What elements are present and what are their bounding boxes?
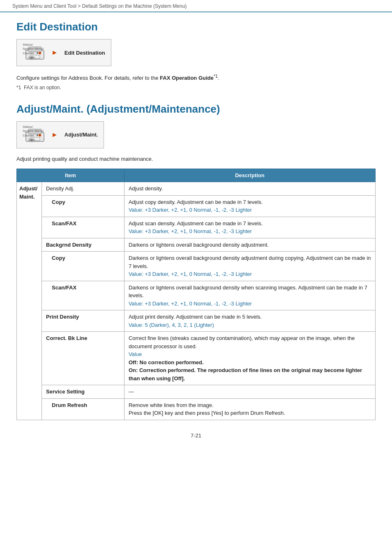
table-row: Scan/FAX Darkens or lightens overall bac… xyxy=(17,281,376,310)
section2-title: Adjust/Maint. (Adjustment/Maintenance) xyxy=(16,103,376,116)
section1-title: Edit Destination xyxy=(16,21,376,33)
breadcrumb: System Menu and Client Tool > Default Se… xyxy=(0,0,392,12)
nav-arrow-icon: ► xyxy=(51,49,58,56)
desc-density-adj: Adjust density. xyxy=(124,182,375,196)
table-row: Print Density Adjust print density. Adju… xyxy=(17,310,376,332)
section-edit-destination: Edit Destination Status/ System Menu/ C xyxy=(16,21,376,90)
section1-nav-label: Edit Destination xyxy=(65,50,105,56)
item-copy-density: Copy xyxy=(42,195,125,217)
section-adjust-maint: Adjust/Maint. (Adjustment/Maintenance) S… xyxy=(16,103,376,420)
svg-point-7 xyxy=(31,58,33,59)
breadcrumb-text: System Menu and Client Tool > Default Se… xyxy=(12,3,187,9)
table-row: Adjust/Maint. Density Adj. Adjust densit… xyxy=(17,182,376,196)
item-print-density: Print Density xyxy=(42,310,125,332)
table-header-desc: Description xyxy=(124,169,375,182)
item-scanfax-backgrnd: Scan/FAX xyxy=(42,281,125,310)
section2-nav-label: Adjust/Maint. xyxy=(65,132,98,138)
item-drum-refresh: Drum Refresh xyxy=(42,398,125,420)
desc-copy-backgrnd: Darkens or lightens overall background d… xyxy=(124,252,375,281)
section1-navbox: Status/ System Menu/ Counter ► Edit Dest… xyxy=(16,39,111,66)
nav-path-label: Status/ System Menu/ Counter xyxy=(23,43,44,56)
item-density-adj: Density Adj. xyxy=(42,182,125,196)
table-row: Copy Adjust copy density. Adjustment can… xyxy=(17,195,376,217)
section1-footnote: *1 FAX is an option. xyxy=(16,85,376,90)
item-correct-bk-line: Correct. Bk Line xyxy=(42,332,125,385)
desc-drum-refresh: Remove white lines from the image. Press… xyxy=(124,398,375,420)
table-row: Service Setting — xyxy=(17,385,376,399)
desc-backgrnd-density: Darkens or lightens overall background d… xyxy=(124,238,375,252)
machine-icon: Status/ System Menu/ Counter xyxy=(23,43,47,62)
nav-path-label-2: Status/ System Menu/ Counter xyxy=(23,125,44,138)
desc-correct-bk-line: Correct fine lines (streaks caused by co… xyxy=(124,332,375,385)
item-copy-backgrnd: Copy xyxy=(42,252,125,281)
row-group-label: Adjust/Maint. xyxy=(17,182,42,420)
table-header-item: Item xyxy=(17,169,125,182)
section1-description: Configure settings for Address Book. For… xyxy=(16,73,376,82)
section2-navbox: Status/ System Menu/ Counter ► Adjust/Ma… xyxy=(16,121,104,148)
table-row: Drum Refresh Remove white lines from the… xyxy=(17,398,376,420)
item-service-setting: Service Setting xyxy=(42,385,125,399)
table-row: Copy Darkens or lightens overall backgro… xyxy=(17,252,376,281)
desc-scanfax-backgrnd: Darkens or lightens overall background d… xyxy=(124,281,375,310)
desc-scanfax-density: Adjust scan density. Adjustment can be m… xyxy=(124,217,375,238)
nav-arrow-icon-2: ► xyxy=(51,131,58,139)
desc-copy-density: Adjust copy density. Adjustment can be m… xyxy=(124,195,375,217)
desc-print-density: Adjust print density. Adjustment can be … xyxy=(124,310,375,332)
section2-description: Adjust printing quality and conduct mach… xyxy=(16,155,376,163)
page-number: 7-21 xyxy=(16,432,376,447)
svg-point-15 xyxy=(31,139,33,141)
item-scanfax-density: Scan/FAX xyxy=(42,217,125,238)
adjust-maint-table: Item Description Adjust/Maint. Density A… xyxy=(16,169,376,420)
table-row: Backgrnd Density Darkens or lightens ove… xyxy=(17,238,376,252)
item-backgrnd-density: Backgrnd Density xyxy=(42,238,125,252)
desc-service-setting: — xyxy=(124,385,375,399)
table-row: Scan/FAX Adjust scan density. Adjustment… xyxy=(17,217,376,238)
machine-icon-2: Status/ System Menu/ Counter xyxy=(23,125,47,145)
table-row: Correct. Bk Line Correct fine lines (str… xyxy=(17,332,376,385)
